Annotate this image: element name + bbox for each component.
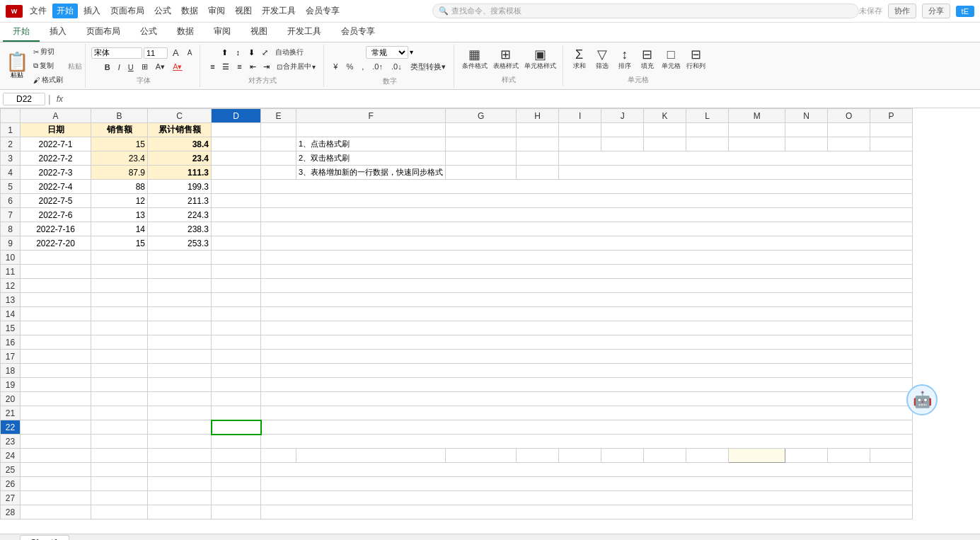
row-header-11[interactable]: 11 [1,265,21,279]
row-header-25[interactable]: 25 [1,463,21,477]
cell-c20[interactable] [148,392,212,406]
cell-k1[interactable] [644,123,686,137]
cell-a7[interactable]: 2022-7-6 [21,208,91,222]
border-btn[interactable]: ⊞ [138,61,151,73]
bold-btn[interactable]: B [101,62,114,73]
tab-page-layout[interactable]: 页面布局 [76,23,130,42]
wrap-text-btn[interactable]: 自动换行 [272,46,307,59]
cell-d13[interactable] [212,293,261,307]
number-format-select[interactable]: 常规 [366,46,408,59]
cell-d4[interactable] [212,166,261,180]
cell-b24[interactable] [91,449,148,463]
cell-b3[interactable]: 23.4 [91,151,148,166]
floating-assistant[interactable]: 🤖 [906,384,938,415]
cell-b7[interactable]: 13 [91,208,148,222]
cell-e24[interactable] [261,449,296,463]
cell-d7[interactable] [212,208,261,222]
cell-b17[interactable] [91,350,148,364]
share-btn[interactable]: 分享 [922,4,950,18]
col-header-e[interactable]: E [261,109,296,123]
type-convert-btn[interactable]: 类型转换▾ [407,60,449,74]
row-header-20[interactable]: 20 [1,392,21,406]
row-header-15[interactable]: 15 [1,321,21,335]
cell-m1[interactable] [729,123,785,137]
cell-a16[interactable] [21,335,91,350]
tab-insert[interactable]: 插入 [40,23,76,42]
cell-e6[interactable] [261,194,913,208]
tab-data[interactable]: 数据 [167,23,204,42]
row-header-3[interactable]: 3 [1,151,21,166]
decimal-inc-btn[interactable]: .0↑ [369,61,386,72]
align-right-btn[interactable]: ≡ [233,61,246,72]
indent-dec-btn[interactable]: ⇤ [246,61,259,72]
cell-d10[interactable] [212,251,261,265]
cell-p1[interactable] [870,123,913,137]
cell-d8[interactable] [212,222,261,236]
cell-c13[interactable] [148,293,212,307]
cell-a27[interactable] [21,491,91,505]
cell-h3[interactable] [517,151,559,166]
cell-o1[interactable] [828,123,870,137]
cell-f2[interactable]: 1、点击格式刷 [296,137,446,151]
cell-c11[interactable] [148,265,212,279]
cell-c2[interactable]: 38.4 [148,137,212,151]
col-header-n[interactable]: N [785,109,828,123]
cell-a12[interactable] [21,279,91,293]
paste-icon[interactable]: 📋 [6,52,28,71]
cell-d20[interactable] [212,392,261,406]
italic-btn[interactable]: I [115,62,124,73]
font-size-dec-btn[interactable]: A [184,47,196,58]
cell-d27[interactable] [212,491,261,505]
cell-b28[interactable] [91,505,148,519]
user-avatar[interactable]: tE [956,6,974,17]
cell-g1[interactable] [446,123,517,137]
formula-input[interactable] [69,93,977,105]
cell-b6[interactable]: 12 [91,194,148,208]
cell-a26[interactable] [21,477,91,491]
cell-a9[interactable]: 2022-7-20 [21,236,91,251]
row-header-1[interactable]: 1 [1,123,21,137]
align-center-btn[interactable]: ☰ [219,61,232,72]
row-header-10[interactable]: 10 [1,251,21,265]
col-header-o[interactable]: O [828,109,870,123]
cell-c24[interactable] [148,449,212,463]
col-header-g[interactable]: G [446,109,517,123]
text-angle-btn[interactable]: ⤢ [258,47,271,58]
cell-a8[interactable]: 2022-7-16 [21,222,91,236]
row-header-22[interactable]: 22 [1,420,21,435]
cell-e9[interactable] [261,236,913,251]
cell-a1[interactable]: 日期 [21,123,91,137]
cell-k2[interactable] [644,137,686,151]
cell-f4[interactable]: 3、表格增加新的一行数据，快速同步格式 [296,166,446,180]
cell-d22[interactable] [212,420,261,435]
row-header-24[interactable]: 24 [1,449,21,463]
cell-i2[interactable] [559,137,601,151]
cell-e4[interactable] [261,166,296,180]
cell-f24[interactable] [296,449,446,463]
col-header-j[interactable]: J [601,109,644,123]
fx-button[interactable]: fx [54,94,66,104]
cell-g3[interactable] [446,151,517,166]
row-header-28[interactable]: 28 [1,505,21,519]
cell-p24[interactable] [870,449,913,463]
align-middle-btn[interactable]: ↕ [231,47,244,58]
cell-b8[interactable]: 14 [91,222,148,236]
cell-b12[interactable] [91,279,148,293]
format-painter-button[interactable]: 🖌 格式刷 [30,74,67,86]
cell-a6[interactable]: 2022-7-5 [21,194,91,208]
cell-a22[interactable] [21,420,91,435]
font-name-input[interactable] [91,47,142,59]
cell-c5[interactable]: 199.3 [148,180,212,194]
col-header-m[interactable]: M [729,109,785,123]
sort-btn[interactable]: ↕ 排序 [614,47,635,72]
cell-e2[interactable] [261,137,296,151]
cell-n2[interactable] [785,137,828,151]
cell-b21[interactable] [91,406,148,420]
cell-d23[interactable] [212,435,261,449]
menu-file[interactable]: 文件 [25,4,51,18]
menu-view[interactable]: 视图 [231,4,256,18]
cell-b15[interactable] [91,321,148,335]
cell-b16[interactable] [91,335,148,350]
cell-m2[interactable] [729,137,785,151]
cell-a13[interactable] [21,293,91,307]
